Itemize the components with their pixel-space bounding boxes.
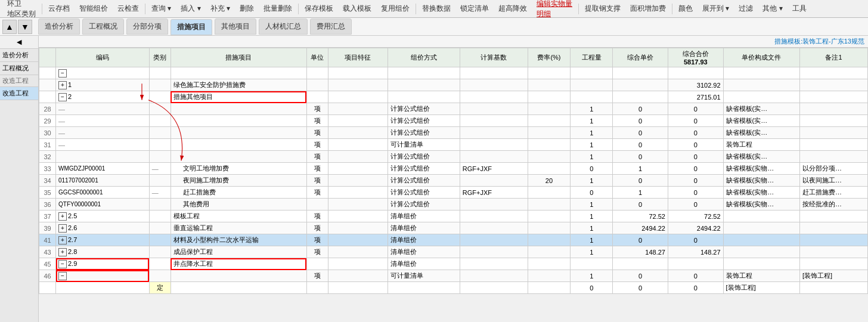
row-name[interactable]: 其他费用 [170, 199, 306, 210]
expand-icon[interactable]: + [58, 224, 67, 233]
menu-insert[interactable]: 插入 ▾ [176, 2, 205, 16]
row-rate [528, 246, 570, 258]
expand-icon[interactable]: + [58, 248, 67, 256]
menu-yunarchive[interactable]: 云存档 [44, 2, 75, 16]
tab-otheritems[interactable]: 其他项目 [215, 18, 256, 35]
menu-lockbill[interactable]: 锁定清单 [455, 2, 494, 16]
row-name[interactable]: 文明工地增加费 [170, 163, 306, 175]
row-note [799, 67, 867, 79]
sidebar-item-costalysis[interactable]: 造价分析 [0, 49, 38, 62]
nav-down-button[interactable]: ▼ [18, 20, 32, 34]
row-base [460, 234, 528, 246]
menu-savetemplate[interactable]: 保存模板 [300, 2, 338, 16]
sidebar-item-gaizhao[interactable]: 改造工程 [0, 87, 38, 100]
menu-superefficiency[interactable]: 超高降效 [494, 2, 532, 16]
menu-smartprice[interactable]: 智能组价 [75, 2, 113, 16]
expand-icon[interactable]: + [58, 81, 67, 89]
row-name[interactable]: 井点降水工程 [170, 258, 306, 270]
collapse-icon[interactable]: − [58, 69, 67, 78]
row-rate [528, 210, 570, 222]
row-name[interactable]: 措施其他项目 [170, 91, 306, 103]
row-name[interactable] [170, 127, 306, 139]
row-name[interactable]: 夜间施工增加费 [170, 175, 306, 187]
row-unit [306, 67, 328, 79]
row-name[interactable]: 成品保护工程 [170, 246, 306, 258]
collapse-icon[interactable]: − [58, 260, 67, 268]
menu-reuse[interactable]: 复用组价 [376, 2, 414, 16]
separator4 [416, 4, 416, 14]
row-num: 41 [39, 234, 56, 246]
row-code[interactable]: +1 [56, 79, 150, 91]
menu-tools[interactable]: 工具 [788, 2, 811, 16]
row-name[interactable] [170, 151, 306, 163]
row-name[interactable] [170, 270, 306, 282]
row-qty [571, 67, 613, 79]
menu-other[interactable]: 其他 ▾ [758, 2, 787, 16]
nav-up-button[interactable]: ▲ [2, 20, 17, 34]
menu-yuncheck[interactable]: 云检查 [113, 2, 144, 16]
row-name[interactable] [170, 103, 306, 115]
row-code[interactable]: −2 [56, 91, 150, 103]
row-code[interactable]: +2.7 [56, 234, 150, 246]
menu-delete[interactable]: 删除 [235, 2, 259, 16]
table-row: 30 — 项 计算公式组价 1 0 0 缺省模板(实… [39, 127, 868, 139]
menu-filter[interactable]: 过滤 [734, 2, 758, 16]
menu-areaplus[interactable]: 面积增加费 [625, 2, 671, 16]
menu-huanwei[interactable]: 环卫地区类别 [2, 0, 41, 21]
menu-batchdelete[interactable]: 批量删除 [259, 2, 297, 16]
row-method: 清单组价 [388, 258, 460, 270]
measures-table: 编码 类别 措施项目 单位 项目特征 组价方式 计算基数 费率(%) 工程量 综… [39, 48, 868, 294]
row-note: [装饰工程] [799, 270, 867, 282]
row-name[interactable] [170, 139, 306, 151]
col-header-unit: 单位 [306, 48, 328, 67]
row-file [723, 258, 799, 270]
row-code[interactable]: +2.5 [56, 210, 150, 222]
row-name[interactable]: 模板工程 [170, 210, 306, 222]
row-feature [328, 222, 388, 234]
tab-sections[interactable]: 分部分项 [126, 18, 168, 35]
tab-costsummary[interactable]: 费用汇总 [310, 18, 352, 35]
row-name[interactable]: 绿色施工安全防护措施费 [170, 79, 306, 91]
template-info-label[interactable]: 措施模板:装饰工程-广东13规范 [774, 37, 864, 46]
row-name[interactable]: 垂直运输工程 [170, 222, 306, 234]
row-rate [528, 222, 570, 234]
row-feature [328, 234, 388, 246]
row-method [388, 67, 460, 79]
row-total: 72.52 [668, 210, 723, 222]
row-code[interactable]: +2.8 [56, 246, 150, 258]
tab-labormatequip[interactable]: 人材机汇总 [259, 18, 308, 35]
row-name[interactable] [170, 282, 306, 294]
row-file: 缺省模板(实物… [723, 175, 799, 187]
row-name[interactable] [170, 115, 306, 127]
menu-supplement[interactable]: 补充 ▾ [206, 2, 235, 16]
row-code[interactable]: − [56, 270, 150, 282]
row-uprice: 2494.22 [613, 222, 668, 234]
collapse-icon[interactable]: − [58, 272, 67, 280]
menu-color[interactable]: 颜色 [674, 2, 698, 16]
row-base [460, 246, 528, 258]
menu-editvolume[interactable]: 编辑实物量明细 [532, 0, 577, 21]
tab-costalysis[interactable]: 造价分析 [38, 18, 80, 35]
expand-icon[interactable]: + [58, 212, 67, 221]
sidebar-item-projectinfo[interactable]: 工程概况 [0, 62, 38, 75]
row-unit: 项 [306, 127, 328, 139]
menu-steelextract[interactable]: 提取钢支撑 [580, 2, 625, 16]
sidebar-collapse-btn[interactable]: ◀ [0, 36, 38, 49]
row-unit: 项 [306, 115, 328, 127]
row-method: 清单组价 [388, 222, 460, 234]
row-code[interactable]: +2.6 [56, 222, 150, 234]
row-base [460, 91, 528, 103]
row-name[interactable]: 材料及小型构件二次水平运输 [170, 234, 306, 246]
menu-expand[interactable]: 展开到 ▾ [698, 2, 734, 16]
row-name[interactable]: 赶工措施费 [170, 187, 306, 199]
expand-icon[interactable]: + [58, 236, 67, 244]
menu-replacedata[interactable]: 替换数据 [417, 2, 455, 16]
info-bar: 措施模板:装饰工程-广东13规范 [39, 36, 868, 48]
collapse-icon[interactable]: − [58, 93, 67, 101]
menu-query[interactable]: 查询 ▾ [147, 2, 176, 16]
row-code[interactable]: −2.9 [56, 258, 150, 270]
tab-projectinfo[interactable]: 工程概况 [82, 18, 124, 35]
row-type [149, 222, 170, 234]
menu-loadtemplate[interactable]: 载入模板 [338, 2, 376, 16]
tab-measures[interactable]: 措施项目 [170, 19, 212, 35]
